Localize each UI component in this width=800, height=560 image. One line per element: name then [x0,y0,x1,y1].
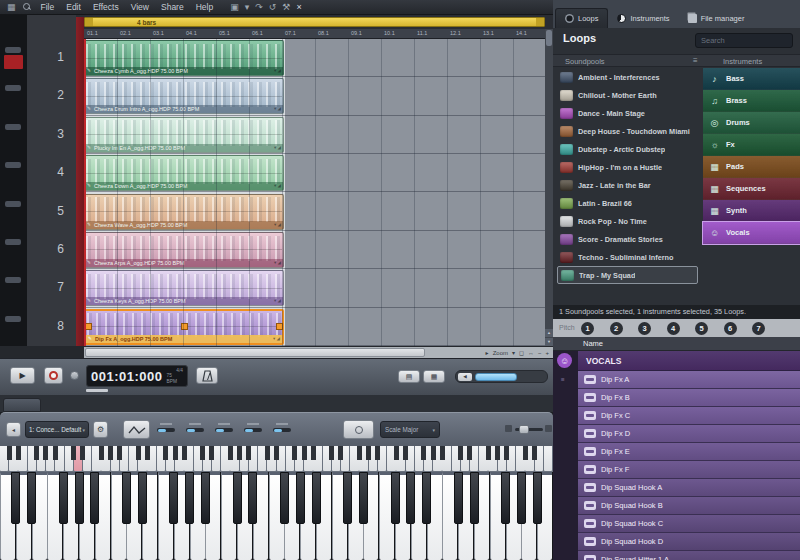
soundpool-row[interactable]: Score - Dramatic Stories [557,230,698,248]
audio-clip[interactable]: Cheeza Wave A_ogg.HDP 75.00 BPM▾ ◢ [84,194,284,230]
menu-item-view[interactable]: View [125,0,155,14]
view-grid-button[interactable]: ▤ [398,370,420,383]
zoom-fit-icon[interactable]: ◻ [519,349,524,356]
mini-black-key[interactable] [403,446,408,460]
mini-black-key[interactable] [200,446,205,460]
mini-black-key[interactable] [108,446,113,460]
mini-black-key[interactable] [375,446,380,460]
mini-black-key[interactable] [71,446,76,460]
preset-select[interactable]: 1: Conce... Default ▾ [25,421,89,438]
piano-key-black[interactable] [280,472,289,524]
pitch-button-6[interactable]: 6 [724,322,737,335]
loop-row[interactable]: Dip Fx C [578,407,800,425]
mini-black-key[interactable] [431,446,436,460]
piano-key-black[interactable] [296,472,305,524]
mini-black-key[interactable] [80,446,85,460]
mini-black-key[interactable] [228,446,233,460]
loop-row[interactable]: Dip Fx E [578,443,800,461]
soundpool-row[interactable]: HipHop - I'm on a Hustle [557,158,698,176]
mini-black-key[interactable] [486,446,491,460]
mini-black-key[interactable] [311,446,316,460]
loop-row[interactable]: Dip Squad Hook A [578,479,800,497]
mini-black-key[interactable] [34,446,39,460]
soundpool-row[interactable]: Techno - Subliminal Inferno [557,248,698,266]
keyboard-overview-strip[interactable] [0,446,553,472]
track-number[interactable]: 5 [57,204,64,218]
loop-range-bar[interactable]: 4 bars [84,17,545,27]
mini-black-key[interactable] [53,446,58,460]
keyboard-panel-tab[interactable] [3,398,41,412]
loop-row[interactable]: Dip Squad Hook C [578,515,800,533]
settings-button[interactable]: ⚙ [93,421,108,438]
zoom-out-icon[interactable]: − [538,350,542,356]
mini-black-key[interactable] [458,446,463,460]
record-button[interactable] [44,367,63,384]
mini-black-key[interactable] [357,446,362,460]
pitch-button-1[interactable]: 1 [581,322,594,335]
tab-file-manager[interactable]: File manager [679,8,754,28]
tab-instruments[interactable]: Instruments [608,8,678,28]
clip-handle[interactable] [276,323,283,330]
loop-row[interactable]: Dip Fx A [578,371,800,389]
mini-black-key[interactable] [163,446,168,460]
mini-black-key[interactable] [329,446,334,460]
pitch-button-3[interactable]: 3 [638,322,651,335]
audio-clip[interactable]: Cheeza Drum Intro A_ogg.HDP 75.00 BPM▾ ◢ [84,78,284,114]
zoom-in-icon[interactable]: + [545,350,549,356]
pitch-button-7[interactable]: 7 [752,322,765,335]
close-icon[interactable]: × [293,0,304,14]
scale-select[interactable]: Scale Major ▾ [380,421,440,438]
mini-black-key[interactable] [136,446,141,460]
piano-key-black[interactable] [11,472,20,524]
mini-black-key[interactable] [237,446,242,460]
audio-clip[interactable]: Cheeza Arps A_ogg.HDP 75.00 BPM▾ ◢ [84,232,284,268]
track-rail-button[interactable] [5,277,21,283]
menu-item-help[interactable]: Help [190,0,219,14]
piano-key-black[interactable] [169,472,178,524]
soundpool-row[interactable]: Rock Pop - No Time [557,212,698,230]
instrument-row-pads[interactable]: ▦Pads [703,156,800,178]
menu-item-share[interactable]: Share [155,0,190,14]
undo-icon[interactable]: ↺ [266,0,280,14]
view-list-button[interactable]: ▦ [423,370,445,383]
piano-key-black[interactable] [90,472,99,524]
mini-black-key[interactable] [274,446,279,460]
mini-black-key[interactable] [338,446,343,460]
octave-button[interactable] [343,420,374,439]
loop-row[interactable]: Dip Fx F [578,461,800,479]
audio-clip[interactable]: Cheeza Cymb A_ogg.HDP 75.00 BPM▾ ◢ [84,40,284,76]
redo-icon[interactable]: ↷ [252,0,266,14]
play-button[interactable]: ▶ [10,367,35,384]
piano-key-black[interactable] [533,472,542,524]
mini-black-key[interactable] [209,446,214,460]
mini-black-key[interactable] [99,446,104,460]
kb-control-4[interactable] [242,420,264,441]
timeline-ruler[interactable]: 01.102.103.104.105.106.107.108.109.110.1… [84,29,553,39]
soundpool-row[interactable]: Dance - Main Stage [557,104,698,122]
mini-black-key[interactable] [366,446,371,460]
piano-key-black[interactable] [201,472,210,524]
instrument-row-synth[interactable]: ▦Synth [703,200,800,222]
track-rail-button[interactable] [5,239,21,245]
soundpool-row[interactable]: Dubstep - Arctic Dubstep [557,140,698,158]
scroll-down-icon[interactable]: ▼ [545,338,553,346]
kb-control-1[interactable] [155,420,177,441]
mini-black-key[interactable] [504,446,509,460]
loop-row[interactable]: Dip Fx B [578,389,800,407]
mini-black-key[interactable] [265,446,270,460]
tab-loops[interactable]: Loops [555,8,608,28]
metronome-button[interactable] [196,367,218,384]
piano-key-black[interactable] [122,472,131,524]
piano-key-black[interactable] [248,472,257,524]
mini-black-key[interactable] [16,446,21,460]
mini-black-key[interactable] [467,446,472,460]
pitch-curve-button[interactable] [123,420,150,439]
paste-icon[interactable]: ▣ [227,0,242,14]
instrument-row-vocals[interactable]: ☺Vocals [703,222,800,244]
piano-key-black[interactable] [501,472,510,524]
audio-clip[interactable]: Plucky Im En A_ogg.HDP 75.00 BPM▾ ◢ [84,117,284,153]
vertical-scrollbar-thumb[interactable] [546,30,552,46]
piano-keyboard[interactable] [0,472,553,560]
collapse-button[interactable]: ◂ [6,422,21,437]
loop-row[interactable]: Dip Squad Hook D [578,533,800,551]
